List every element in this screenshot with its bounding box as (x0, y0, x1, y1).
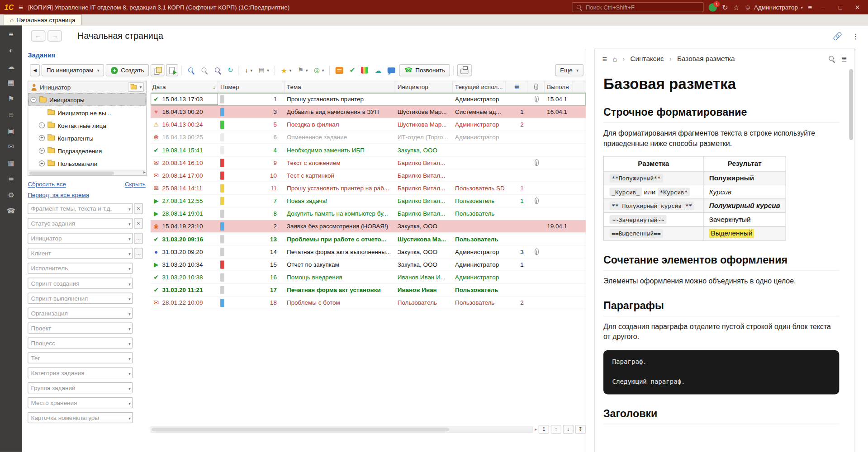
filter-input[interactable] (28, 278, 132, 288)
get-link-icon[interactable] (831, 30, 843, 42)
notifications-icon[interactable]: 1 (709, 3, 717, 11)
expand-icon[interactable]: + (39, 148, 45, 154)
warehouse-icon[interactable]: ▣ (5, 126, 17, 136)
hide-link[interactable]: Скрыть (125, 181, 146, 188)
task-row[interactable]: ◉15.04.19 23:102Заявка без рассмотрения … (151, 220, 586, 233)
column-header-checklist[interactable]: ≣ (506, 81, 528, 92)
select-value-button[interactable]: … (134, 233, 143, 244)
tree-horizontal-scrollbar[interactable]: ▸ (28, 170, 146, 175)
task-row[interactable]: ▶31.03.20 10:3415Отчет по закупкамЗакупк… (151, 259, 586, 271)
pane-splitter[interactable] (586, 49, 586, 452)
filter-input[interactable] (28, 353, 132, 363)
scroll-right-icon[interactable]: ▸ (535, 427, 537, 432)
filter-field[interactable]: ▾ (28, 353, 133, 363)
settings-icon[interactable]: ⚙ (5, 190, 17, 200)
back-button[interactable]: ← (31, 30, 46, 41)
filter-input[interactable] (28, 413, 132, 423)
doc-contents-icon[interactable]: ≣ (841, 55, 847, 63)
task-row[interactable]: ✔31.03.20 10:3816Помощь внедренияИванов … (151, 271, 586, 284)
filter-input[interactable] (28, 383, 132, 393)
desktop-icon[interactable]: ◐ (5, 46, 17, 56)
filter-input[interactable] (28, 398, 132, 408)
more-button[interactable]: Еще▾ (555, 64, 583, 76)
task-row[interactable]: ✉28.01.22 10:0918Проблемы с ботомПользов… (151, 297, 586, 309)
tree-item[interactable]: Инициатор не вы... (28, 106, 146, 119)
forward-button[interactable]: → (47, 30, 62, 41)
group-by-dropdown[interactable]: По инициаторам▾ (42, 64, 104, 76)
global-search[interactable] (572, 2, 703, 12)
main-menu-icon[interactable]: ≡ (5, 30, 17, 39)
dropdown-caret-icon[interactable]: ▾ (128, 341, 131, 346)
filter-field[interactable]: ▾ (28, 323, 133, 334)
task-row[interactable]: ✉20.08.14 16:109Текст с вложениемБарилко… (151, 156, 586, 169)
collapse-list-button[interactable]: ◂ (30, 64, 40, 76)
filter-input[interactable] (28, 218, 132, 228)
create-button[interactable]: +Создать (106, 64, 149, 76)
task-row[interactable]: ⊗16.04.13 00:256Отмененное заданиеИТ-отд… (151, 131, 586, 144)
calendar-icon[interactable]: ▦ (5, 158, 17, 168)
reset-all-link[interactable]: Сбросить все (28, 181, 66, 188)
filter-field[interactable]: ▾ (28, 233, 133, 244)
task-row[interactable]: ✔31.03.20 09:1613Проблемы при работе с о… (151, 233, 586, 245)
scrollbar-thumb[interactable] (152, 427, 449, 431)
dropdown-caret-icon[interactable]: ▾ (128, 311, 131, 316)
column-header-date[interactable]: Дата↓ (151, 81, 218, 92)
task-row[interactable]: ✉20.08.14 17:0010Тест с картинкойБарилко… (151, 169, 586, 182)
doc-scrollbar[interactable] (849, 68, 854, 452)
comment-button[interactable] (333, 64, 346, 76)
complete-button[interactable]: ✔ (347, 64, 357, 76)
task-row[interactable]: ♥16.04.13 00:203Добавить вид начисления … (151, 106, 586, 118)
cancel-find-button[interactable] (199, 64, 211, 76)
task-row[interactable]: ✔31.03.20 11:2117Печатная форма акт уста… (151, 284, 586, 297)
minimize-button[interactable]: – (817, 4, 829, 11)
tree-item[interactable]: +Пользователи (28, 157, 146, 170)
tree-item[interactable]: +Подразделения (28, 144, 146, 157)
doc-home-icon[interactable]: ⌂ (613, 55, 617, 63)
tree-view-button[interactable]: ▾ (128, 82, 144, 92)
filter-field[interactable]: ▾ (28, 278, 133, 288)
filter-field[interactable]: ▾ (28, 307, 133, 318)
global-search-input[interactable] (586, 4, 700, 11)
go-previous-button[interactable]: ↑ (551, 425, 561, 434)
close-button[interactable]: ✕ (851, 4, 863, 11)
maximize-button[interactable]: □ (834, 4, 846, 11)
dropdown-caret-icon[interactable]: ▾ (128, 222, 131, 227)
expand-icon[interactable]: + (39, 135, 45, 141)
filter-input[interactable] (28, 308, 132, 318)
scrollbar-thumb[interactable] (849, 69, 853, 140)
print-icon[interactable]: ▤ (5, 78, 17, 88)
filter-field[interactable]: ▾ (28, 263, 133, 273)
watch-button[interactable]: ☁ (372, 64, 384, 76)
dropdown-caret-icon[interactable]: ▾ (128, 237, 131, 242)
favorites-icon[interactable]: ☆ (733, 3, 739, 11)
pin-dropdown[interactable]: ⚑▾ (295, 64, 310, 76)
filter-input[interactable] (28, 203, 132, 213)
filter-field[interactable]: ▾ (28, 397, 133, 408)
breadcrumb-syntax[interactable]: Синтаксис (631, 55, 664, 62)
dropdown-caret-icon[interactable]: ▾ (128, 401, 131, 406)
tree-item[interactable]: +Контрагенты (28, 132, 146, 144)
filter-field[interactable]: ▾ (28, 367, 133, 378)
refresh-button[interactable]: ↻ (225, 64, 235, 76)
filter-field[interactable]: ▾ (28, 218, 133, 229)
scrollbar-thumb[interactable] (29, 171, 114, 174)
history-icon[interactable]: ↻ (722, 3, 728, 11)
labels-button[interactable] (359, 64, 371, 76)
task-row[interactable]: ✔19.08.14 15:414Необходимо заменить ИБПЗ… (151, 144, 586, 156)
doc-search-icon[interactable] (828, 55, 835, 62)
dropdown-caret-icon[interactable]: ▾ (128, 297, 131, 301)
filter-input[interactable] (28, 233, 132, 243)
main-menu-icon[interactable]: ≡ (19, 3, 23, 12)
support-icon[interactable]: ☎ (5, 206, 17, 216)
clear-filter-button[interactable]: ✕ (134, 218, 143, 229)
tree-item[interactable]: −Инициаторы (28, 94, 146, 106)
user-menu[interactable]: ☺ Администратор ▾ (745, 4, 803, 11)
go-last-button[interactable]: ↧ (575, 425, 586, 434)
chat-button[interactable] (385, 64, 398, 76)
column-header-number[interactable]: Номер (218, 81, 285, 92)
go-first-button[interactable]: ↥ (539, 425, 549, 434)
filter-field[interactable]: ▾ (28, 248, 133, 259)
filter-input[interactable] (28, 264, 132, 273)
select-value-button[interactable]: … (134, 248, 143, 259)
dropdown-caret-icon[interactable]: ▾ (128, 267, 131, 272)
